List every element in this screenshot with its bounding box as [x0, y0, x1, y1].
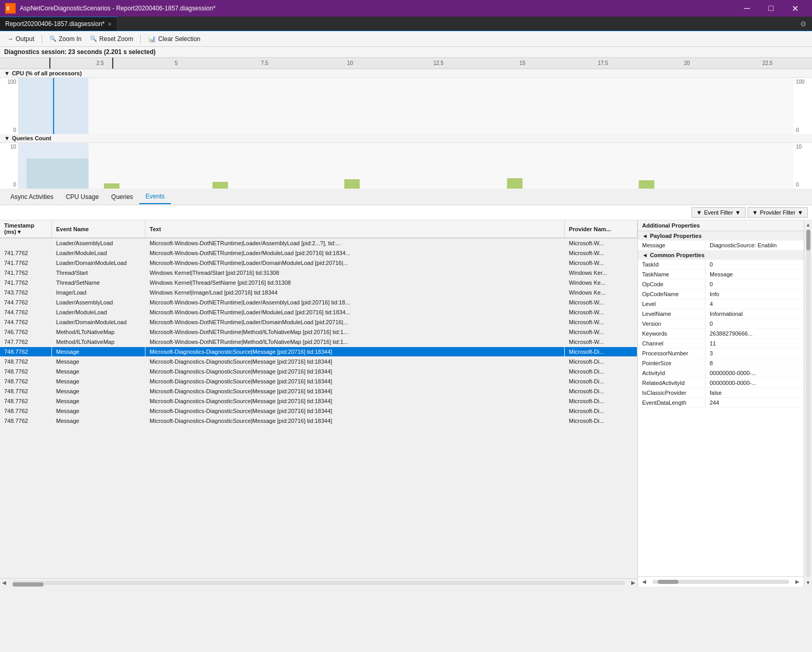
table-row[interactable]: 748.7762 Message Microsoft-Diagnostics-D…: [0, 357, 637, 367]
property-row: MessageDiagnosticSource: Enablin: [638, 241, 804, 250]
cell-text: Microsoft-Windows-DotNETRuntime|Loader/A…: [145, 238, 565, 248]
cell-text: Microsoft-Windows-DotNETRuntime|Loader/M…: [145, 248, 565, 258]
queries-chart-title: Queries Count: [12, 135, 51, 141]
tab-events[interactable]: Events: [139, 190, 171, 204]
vertical-scrollbar[interactable]: ▲ ▼: [804, 220, 812, 587]
table-row[interactable]: 741.7762 Thread/Start Windows Kernel|Thr…: [0, 268, 637, 278]
col-event-name[interactable]: Event Name: [52, 220, 145, 237]
svg-rect-8: [212, 182, 228, 189]
scroll-track[interactable]: [12, 581, 625, 585]
tab-close-icon[interactable]: ✕: [108, 21, 112, 27]
cpu-chart-label: ▼ CPU (% of all processors): [0, 69, 812, 78]
cell-event-name: Image/Load: [52, 288, 145, 297]
prop-value: 00000000-0000-...: [705, 378, 804, 388]
table-row[interactable]: 748.7762 Message Microsoft-Diagnostics-D…: [0, 396, 637, 406]
cpu-chart-area[interactable]: [18, 78, 794, 134]
scroll-up-arrow[interactable]: ▲: [804, 220, 812, 229]
cell-event-name: Message: [52, 367, 145, 376]
tab-async-activities[interactable]: Async Activities: [4, 190, 60, 204]
cell-timestamp: 748.7762: [0, 396, 52, 406]
scroll-thumb-vert[interactable]: [806, 230, 810, 250]
prop-name: Keywords: [638, 329, 705, 338]
payload-section-header[interactable]: ◄ Payload Properties: [638, 231, 804, 241]
cpu-y-min-right: 0: [796, 127, 810, 133]
event-filter-icon: ▼: [696, 209, 702, 216]
properties-body[interactable]: ◄ Payload PropertiesMessageDiagnosticSou…: [638, 231, 804, 576]
common-section-header[interactable]: ◄ Common Properties: [638, 250, 804, 260]
bottom-scrollbar[interactable]: ◀ ▶: [0, 578, 637, 587]
table-row[interactable]: 748.7762 Message Microsoft-Diagnostics-D…: [0, 367, 637, 377]
table-row[interactable]: 748.7762 Message Microsoft-Diagnostics-D…: [0, 416, 637, 426]
tab-queries[interactable]: Queries: [105, 190, 139, 204]
table-row[interactable]: 741.7762 Loader/DomainModuleLoad Microso…: [0, 258, 637, 268]
cell-text: Microsoft-Diagnostics-DiagnosticSource|M…: [145, 387, 565, 396]
scroll-thumb[interactable]: [12, 582, 44, 587]
cpu-collapse-icon[interactable]: ▼: [4, 70, 10, 76]
maximize-button[interactable]: □: [759, 0, 783, 17]
table-row[interactable]: 743.7762 Image/Load Windows Kernel|Image…: [0, 288, 637, 298]
active-tab[interactable]: Report20200406-1857.diagsession* ✕: [0, 17, 117, 31]
cell-text: Microsoft-Windows-DotNETRuntime|Method/I…: [145, 337, 565, 347]
col-timestamp[interactable]: Timestamp (ms) ▾: [0, 220, 52, 237]
col-provider[interactable]: Provider Nam...: [565, 220, 637, 237]
reset-zoom-button[interactable]: 🔍 Reset Zoom: [87, 34, 136, 44]
table-row[interactable]: 746.7762 Method/ILToNativeMap Microsoft-…: [0, 327, 637, 337]
table-body[interactable]: Loader/AssemblyLoad Microsoft-Windows-Do…: [0, 238, 637, 578]
cell-event-name: Loader/ModuleLoad: [52, 248, 145, 258]
minimize-button[interactable]: ─: [735, 0, 759, 17]
table-row[interactable]: 741.7762 Loader/ModuleLoad Microsoft-Win…: [0, 248, 637, 258]
prop-value: 4: [705, 299, 804, 309]
prop-name: TaskId: [638, 260, 705, 269]
tab-cpu-usage[interactable]: CPU Usage: [60, 190, 105, 204]
common-section-label: Common Properties: [650, 252, 704, 258]
table-row[interactable]: 744.7762 Loader/AssemblyLoad Microsoft-W…: [0, 298, 637, 308]
provider-filter-dropdown-icon: ▼: [797, 209, 803, 216]
ruler-mark-10: 10: [347, 60, 353, 66]
col-event-name-label: Event Name: [56, 226, 89, 232]
table-row[interactable]: 744.7762 Loader/ModuleLoad Microsoft-Win…: [0, 308, 637, 317]
cell-provider: Microsoft-W...: [565, 317, 637, 327]
prop-name: Level: [638, 299, 705, 309]
cell-event-name: Message: [52, 416, 145, 425]
col-text[interactable]: Text: [145, 220, 565, 237]
queries-y-max-right: 10: [796, 144, 810, 150]
zoom-in-button[interactable]: 🔍 Zoom In: [46, 34, 85, 44]
queries-y-min-right: 0: [796, 182, 810, 188]
panel-scroll-left-btn[interactable]: ◀: [638, 578, 650, 586]
cell-event-name: Loader/AssemblyLoad: [52, 298, 145, 307]
table-row[interactable]: 748.7762 Message Microsoft-Diagnostics-D…: [0, 377, 637, 387]
close-button[interactable]: ✕: [783, 0, 807, 17]
svg-rect-9: [344, 179, 360, 189]
scroll-down-arrow[interactable]: ▼: [804, 578, 812, 587]
col-provider-label: Provider Nam...: [569, 226, 611, 232]
prop-value: 0: [705, 319, 804, 328]
queries-chart-area[interactable]: [18, 143, 794, 189]
prop-value: Informational: [705, 309, 804, 318]
prop-name: TaskName: [638, 270, 705, 279]
table-row[interactable]: 747.7762 Method/ILToNativeMap Microsoft-…: [0, 337, 637, 347]
cell-text: Windows Kernel|Thread/Start [pid:20716] …: [145, 268, 565, 277]
svg-rect-11: [639, 180, 655, 189]
table-row[interactable]: Loader/AssemblyLoad Microsoft-Windows-Do…: [0, 238, 637, 248]
scroll-right-arrow[interactable]: ▶: [629, 580, 637, 586]
provider-filter-button[interactable]: ▼ Provider Filter ▼: [748, 207, 808, 218]
panel-scroll-right-btn[interactable]: ▶: [791, 578, 804, 586]
tab-label: Report20200406-1857.diagsession*: [5, 20, 104, 28]
prop-name: PointerSize: [638, 358, 705, 368]
scroll-left-arrow[interactable]: ◀: [0, 580, 8, 586]
event-filter-button[interactable]: ▼ Event Filter ▼: [691, 207, 745, 218]
table-row[interactable]: 748.7762 Message Microsoft-Diagnostics-D…: [0, 347, 637, 357]
table-row[interactable]: 741.7762 Thread/SetName Windows Kernel|T…: [0, 278, 637, 288]
properties-header-label: Additional Properties: [642, 222, 700, 229]
output-button[interactable]: → Output: [4, 34, 37, 44]
table-row[interactable]: 744.7762 Loader/DomainModuleLoad Microso…: [0, 317, 637, 327]
scroll-track-vert[interactable]: [806, 230, 810, 577]
property-row: Channel11: [638, 339, 804, 349]
table-row[interactable]: 748.7762 Message Microsoft-Diagnostics-D…: [0, 387, 637, 396]
panel-hscroll-thumb[interactable]: [658, 580, 678, 584]
cell-event-name: Loader/AssemblyLoad: [52, 238, 145, 248]
table-row[interactable]: 748.7762 Message Microsoft-Diagnostics-D…: [0, 406, 637, 416]
settings-icon[interactable]: ⚙: [795, 17, 812, 31]
queries-collapse-icon[interactable]: ▼: [4, 135, 10, 141]
clear-selection-button[interactable]: 📊 Clear Selection: [145, 34, 203, 44]
